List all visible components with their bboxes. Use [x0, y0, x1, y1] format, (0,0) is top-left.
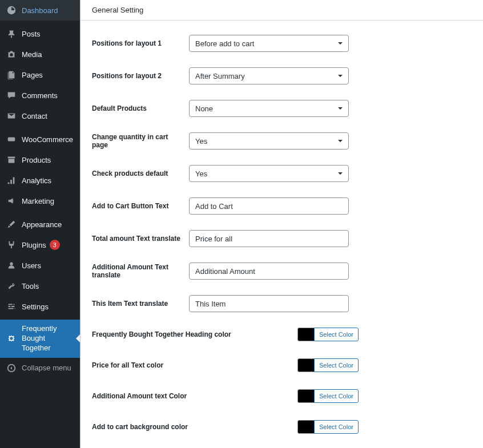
archive-icon	[6, 154, 17, 166]
user-icon	[6, 260, 17, 271]
this-item-text-label: This Item Text translate	[92, 300, 189, 308]
check-products-default-label: Check products default	[92, 169, 189, 177]
settings-form: Positions for layout 1 Before add to car…	[80, 21, 483, 448]
additional-amount-text-row: Additional Amount Text translate	[92, 263, 472, 280]
add-to-cart-text-label: Add to Cart Button Text	[92, 202, 189, 210]
gear-icon	[6, 333, 17, 344]
check-products-default-row: Check products default Yes	[92, 165, 472, 182]
additional-amount-text-input[interactable]	[189, 263, 349, 280]
select-color-button[interactable]: Select Color	[314, 420, 359, 434]
comment-icon	[6, 90, 17, 101]
this-item-text-input[interactable]	[189, 295, 349, 312]
total-amount-text-label: Total amount Text translate	[92, 235, 189, 243]
camera-icon	[6, 49, 17, 60]
sidebar-item-marketing[interactable]: Marketing	[0, 191, 80, 211]
sidebar-item-woocommerce[interactable]: WooCommerce	[0, 129, 80, 150]
this-item-text-row: This Item Text translate	[92, 295, 472, 312]
pages-icon	[6, 69, 17, 80]
positions-layout-1-row: Positions for layout 1 Before add to car…	[92, 35, 472, 52]
positions-layout-2-label: Positions for layout 2	[92, 72, 189, 80]
sidebar-item-media[interactable]: Media	[0, 44, 80, 64]
default-products-select[interactable]: None	[189, 100, 349, 117]
brush-icon	[6, 219, 17, 230]
change-qty-cart-select[interactable]: Yes	[189, 132, 349, 150]
plug-icon	[6, 239, 17, 251]
color-setting-label: Frequently Bought Together Heading color	[92, 330, 297, 338]
color-setting-row: Frequently Bought Together Heading color…	[92, 328, 472, 341]
dashboard-icon	[6, 5, 17, 16]
additional-amount-text-label: Additional Amount Text translate	[92, 263, 189, 279]
page-title: General Setting	[80, 0, 483, 21]
color-setting-row: Add to cart background colorSelect Color	[92, 420, 472, 434]
color-setting-row: Price for all Text colorSelect Color	[92, 358, 472, 372]
sliders-icon	[6, 301, 17, 312]
positions-layout-1-select[interactable]: Before add to cart	[189, 35, 349, 52]
sidebar-item-label: Plugins	[22, 241, 46, 249]
sidebar-item-plugins[interactable]: Plugins3	[0, 235, 80, 255]
color-setting-row: Additional Amount text ColorSelect Color	[92, 389, 472, 403]
sidebar-item-users[interactable]: Users	[0, 255, 80, 276]
color-picker: Select Color	[297, 328, 359, 341]
collapse-icon	[6, 362, 17, 374]
select-color-button[interactable]: Select Color	[314, 389, 359, 403]
sidebar-item-products[interactable]: Products	[0, 150, 80, 170]
total-amount-text-input[interactable]	[189, 230, 349, 247]
sidebar-item-comments[interactable]: Comments	[0, 85, 80, 106]
color-setting-label: Add to cart background color	[92, 423, 297, 431]
select-color-button[interactable]: Select Color	[314, 358, 359, 372]
positions-layout-2-select[interactable]: After Summary	[189, 67, 349, 84]
sidebar-item-contact[interactable]: Contact	[0, 106, 80, 126]
envelope-icon	[6, 110, 17, 122]
wrench-icon	[6, 280, 17, 292]
add-to-cart-text-input[interactable]	[189, 197, 349, 215]
positions-layout-1-label: Positions for layout 1	[92, 39, 189, 47]
sidebar-item-label: Frequently Bought Together	[22, 324, 74, 353]
sidebar-item-appearance[interactable]: Appearance	[0, 214, 80, 235]
analytics-icon	[6, 175, 17, 186]
check-products-default-select[interactable]: Yes	[189, 165, 349, 182]
default-products-label: Default Products	[92, 104, 189, 112]
color-picker: Select Color	[297, 389, 359, 403]
total-amount-text-row: Total amount Text translate	[92, 230, 472, 247]
sidebar-item-posts[interactable]: Posts	[0, 23, 80, 44]
sidebar-item-label: Marketing	[22, 197, 54, 205]
sidebar-item-label: Appearance	[22, 220, 62, 229]
sidebar-item-label: Pages	[22, 71, 43, 79]
sidebar-item-pages[interactable]: Pages	[0, 64, 80, 85]
sidebar-item-label: Media	[22, 50, 42, 59]
change-qty-cart-row: Change quantity in cart page Yes	[92, 132, 472, 150]
sidebar-item-label: Contact	[22, 112, 47, 120]
sidebar-item-label: Settings	[22, 302, 49, 311]
color-picker: Select Color	[297, 420, 359, 434]
color-swatch[interactable]	[297, 358, 315, 372]
positions-layout-2-row: Positions for layout 2 After Summary	[92, 67, 472, 84]
change-qty-cart-label: Change quantity in cart page	[92, 133, 189, 149]
sidebar-item-tools[interactable]: Tools	[0, 276, 80, 296]
color-swatch[interactable]	[297, 420, 315, 434]
default-products-row: Default Products None	[92, 100, 472, 117]
pin-icon	[6, 28, 17, 39]
megaphone-icon	[6, 195, 17, 207]
collapse-label: Collapse menu	[22, 364, 71, 372]
sidebar-item-label: Analytics	[22, 176, 51, 185]
admin-sidebar: DashboardPostsMediaPagesCommentsContactW…	[0, 0, 80, 448]
sidebar-item-label: Comments	[22, 91, 58, 100]
color-picker: Select Color	[297, 358, 359, 372]
color-swatch[interactable]	[297, 389, 315, 403]
sidebar-item-analytics[interactable]: Analytics	[0, 170, 80, 191]
add-to-cart-text-row: Add to Cart Button Text	[92, 197, 472, 215]
update-badge: 3	[50, 240, 60, 250]
sidebar-item-label: Posts	[22, 30, 41, 38]
color-setting-label: Additional Amount text Color	[92, 392, 297, 400]
sidebar-item-label: WooCommerce	[22, 135, 73, 144]
color-swatch[interactable]	[297, 328, 315, 341]
sidebar-item-label: Users	[22, 261, 41, 270]
main-content: General Setting Positions for layout 1 B…	[80, 0, 483, 448]
sidebar-item-frequently-bought-together[interactable]: Frequently Bought Together	[0, 320, 80, 358]
collapse-menu-button[interactable]: Collapse menu	[0, 358, 80, 378]
svg-rect-0	[8, 137, 15, 141]
sidebar-item-dashboard[interactable]: Dashboard	[0, 0, 80, 21]
color-setting-label: Price for all Text color	[92, 361, 297, 369]
select-color-button[interactable]: Select Color	[314, 328, 359, 341]
sidebar-item-settings[interactable]: Settings	[0, 296, 80, 317]
